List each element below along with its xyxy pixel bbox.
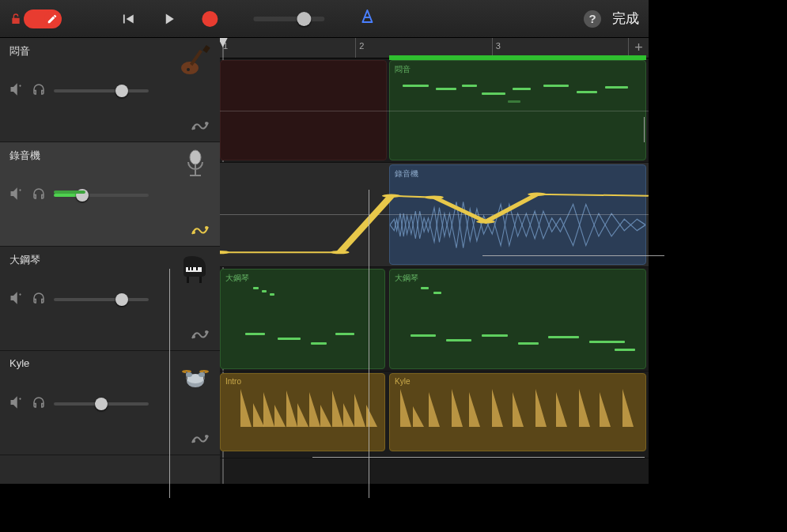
callout-leader (482, 255, 664, 256)
done-button[interactable]: 完成 (612, 9, 639, 28)
automation-toggle[interactable] (191, 328, 209, 344)
svg-rect-14 (191, 267, 193, 270)
svg-point-24 (186, 372, 192, 377)
track-header-bass[interactable]: 悶音 (0, 38, 220, 142)
mute-button[interactable] (9, 291, 24, 308)
region-label: 大鋼琴 (395, 273, 418, 284)
track-lane-piano[interactable]: 大鋼琴 大鋼琴 (220, 267, 649, 372)
mute-button[interactable] (9, 187, 24, 204)
automation-toggle[interactable] (191, 224, 209, 240)
svg-point-8 (192, 231, 195, 234)
mute-button[interactable] (9, 395, 24, 413)
region-label: 錄音機 (395, 168, 418, 179)
rewind-button[interactable] (114, 7, 141, 31)
slider-knob[interactable] (115, 293, 128, 306)
record-button[interactable] (196, 7, 223, 31)
slider-knob[interactable] (297, 12, 311, 26)
automation-toggle[interactable] (191, 432, 209, 448)
svg-rect-13 (188, 267, 190, 270)
svg-rect-11 (199, 277, 202, 283)
svg-point-16 (192, 335, 195, 338)
mute-button[interactable] (9, 82, 24, 100)
main-body: 悶音 錄音機 (0, 38, 649, 484)
region-drums-kyle[interactable]: Kyle (389, 373, 646, 451)
grand-piano-icon (179, 253, 212, 286)
region-label: Intro (225, 377, 241, 386)
track-header-piano[interactable]: 大鋼琴 (0, 247, 220, 351)
svg-point-0 (181, 62, 199, 74)
play-button[interactable] (155, 7, 182, 31)
svg-rect-2 (202, 45, 210, 53)
track-lane-recorder[interactable]: 錄音機 (220, 163, 649, 267)
track-name-label: Kyle (9, 357, 29, 369)
edit-lock-toggle[interactable] (9, 9, 62, 28)
region-label: 大鋼琴 (225, 273, 249, 284)
bar-number: 2 (359, 41, 364, 51)
region-drums-intro[interactable]: Intro (220, 373, 385, 451)
tracks-timeline-area[interactable]: 1 2 3 + 悶音 (220, 38, 649, 484)
region-piano-b[interactable]: 大鋼琴 (389, 269, 646, 369)
record-icon (202, 11, 218, 27)
lock-icon (9, 13, 22, 25)
svg-rect-15 (196, 267, 198, 270)
master-volume-slider[interactable] (253, 17, 324, 21)
track-header-drums[interactable]: Kyle (0, 351, 220, 455)
volume-slider[interactable] (54, 89, 149, 92)
metronome-button[interactable] (358, 8, 376, 30)
region-label: Kyle (395, 377, 410, 386)
region-piano-a[interactable]: 大鋼琴 (220, 269, 385, 369)
headphones-button[interactable] (32, 291, 46, 308)
track-name-label: 錄音機 (9, 149, 40, 163)
svg-point-3 (187, 68, 190, 71)
callout-leader (369, 190, 369, 498)
track-lane-bass[interactable]: 悶音 (220, 58, 649, 163)
slider-knob[interactable] (115, 85, 128, 97)
audio-waveform (390, 191, 645, 259)
microphone-icon (179, 149, 212, 182)
svg-point-30 (331, 251, 350, 254)
region-label: 悶音 (395, 64, 411, 75)
volume-slider[interactable] (54, 194, 149, 197)
volume-slider[interactable] (54, 298, 149, 301)
track-lane-drums[interactable]: Intro Kyle (220, 372, 649, 458)
svg-rect-10 (187, 277, 189, 283)
slider-knob[interactable] (76, 189, 89, 202)
pencil-icon (47, 13, 58, 25)
callout-leader (644, 117, 645, 142)
svg-point-5 (205, 122, 208, 125)
help-button[interactable]: ? (584, 10, 601, 28)
toolbar: ? 完成 (0, 0, 649, 38)
track-lanes: 悶音 錄音機 (220, 58, 649, 484)
callout-leader (169, 269, 170, 498)
callout-leader (312, 457, 645, 458)
drum-kit-icon (179, 357, 212, 391)
track-name-label: 大鋼琴 (9, 253, 40, 267)
app-window: ? 完成 悶音 錄音機 (0, 0, 649, 484)
headphones-button[interactable] (32, 82, 46, 100)
automation-toggle[interactable] (191, 119, 209, 135)
headphones-button[interactable] (32, 187, 46, 204)
slider-knob[interactable] (95, 398, 108, 410)
svg-point-17 (205, 330, 208, 334)
svg-point-29 (220, 251, 229, 254)
bar-number: 3 (496, 41, 501, 51)
bass-guitar-icon (179, 44, 212, 77)
svg-point-4 (192, 126, 195, 130)
track-headers-sidebar: 悶音 錄音機 (0, 38, 220, 484)
track-header-recorder[interactable]: 錄音機 (0, 142, 220, 247)
headphones-button[interactable] (32, 395, 46, 413)
region-audio[interactable]: 錄音機 (389, 164, 646, 265)
svg-rect-1 (190, 50, 202, 66)
track-name-label: 悶音 (9, 44, 30, 58)
volume-slider[interactable] (54, 402, 149, 406)
svg-point-27 (205, 435, 208, 438)
svg-point-26 (192, 440, 195, 443)
svg-point-9 (205, 226, 208, 229)
svg-point-25 (199, 372, 205, 377)
transport-controls (114, 7, 376, 31)
